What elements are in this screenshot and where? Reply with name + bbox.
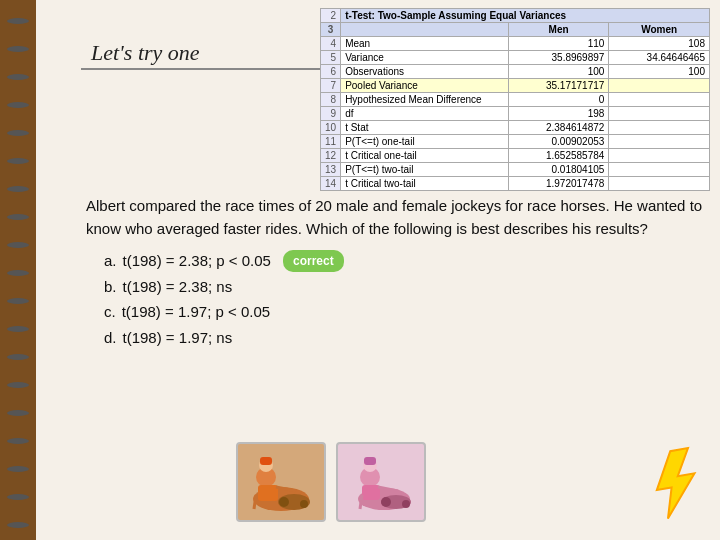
row-men: 110 [508,37,609,51]
table-row: 9 df 198 [321,107,710,121]
header-men: Men [508,23,609,37]
row-women [609,107,710,121]
row-label: t Critical two-tail [341,177,509,191]
lightning-svg [640,445,706,523]
stats-table-container: 2 t-Test: Two-Sample Assuming Equal Vari… [320,8,710,191]
row-men: 1.652585784 [508,149,609,163]
svg-line-17 [360,495,362,509]
table-header-row: 3 Men Women [321,23,710,37]
row-label: Pooled Variance [341,79,509,93]
table-row: 11 P(T<=t) one-tail 0.00902053 [321,135,710,149]
ttest-table: 2 t-Test: Two-Sample Assuming Equal Vari… [320,8,710,191]
row-men: 2.384614872 [508,121,609,135]
correct-badge: correct [283,250,344,272]
header-women: Women [609,23,710,37]
row-num: 6 [321,65,341,79]
choice-item: d. t(198) = 1.97; ns [104,325,705,351]
spiral [7,438,29,444]
spiral [7,494,29,500]
row-num: 11 [321,135,341,149]
choices-list: a. t(198) = 2.38; p < 0.05correctb. t(19… [86,248,705,350]
row-women: 100 [609,65,710,79]
table-title-row: 2 t-Test: Two-Sample Assuming Equal Vari… [321,9,710,23]
svg-point-20 [381,497,391,507]
svg-point-21 [402,500,410,508]
row-num: 4 [321,37,341,51]
table-row: 10 t Stat 2.384614872 [321,121,710,135]
row-num: 5 [321,51,341,65]
row-num: 14 [321,177,341,191]
svg-rect-15 [364,457,376,465]
row-label: P(T<=t) one-tail [341,135,509,149]
svg-line-18 [374,501,376,509]
row-men: 198 [508,107,609,121]
table-row: 13 P(T<=t) two-tail 0.01804105 [321,163,710,177]
table-row: 7 Pooled Variance 35.17171717 [321,79,710,93]
row-women [609,135,710,149]
table-row: 12 t Critical one-tail 1.652585784 [321,149,710,163]
choice-text: t(198) = 1.97; ns [123,325,233,351]
choice-item: c. t(198) = 1.97; p < 0.05 [104,299,705,325]
choice-letter: b. [104,274,117,300]
slide-title: Let's try one [91,40,200,66]
spiral [7,18,29,24]
table-title-cell: t-Test: Two-Sample Assuming Equal Varian… [341,9,710,23]
svg-line-6 [254,495,256,509]
jockeys-area [236,442,426,522]
row-label: Hypothesized Mean Difference [341,93,509,107]
spiral [7,130,29,136]
row-men: 0 [508,93,609,107]
row-women [609,79,710,93]
spiral [7,46,29,52]
svg-rect-13 [362,485,380,500]
svg-marker-22 [651,448,702,520]
row-label: Variance [341,51,509,65]
row-women [609,177,710,191]
table-row: 14 t Critical two-tail 1.972017478 [321,177,710,191]
spiral [7,354,29,360]
spiral [7,410,29,416]
spiral [7,382,29,388]
choice-item: a. t(198) = 2.38; p < 0.05correct [104,248,705,274]
row-label: Observations [341,65,509,79]
row-men: 0.00902053 [508,135,609,149]
row-label: t Critical one-tail [341,149,509,163]
choice-letter: c. [104,299,116,325]
row-men: 100 [508,65,609,79]
spiral [7,214,29,220]
header-label [341,23,509,37]
row-men: 1.972017478 [508,177,609,191]
table-row: 6 Observations 100 100 [321,65,710,79]
spiral [7,242,29,248]
jockey-image-1 [236,442,326,522]
spiral [7,270,29,276]
row-men: 35.8969897 [508,51,609,65]
table-row: 4 Mean 110 108 [321,37,710,51]
row-label: P(T<=t) two-tail [341,163,509,177]
row-women [609,93,710,107]
jockey-image-2 [336,442,426,522]
title-underline [81,68,331,70]
choice-letter: a. [104,248,117,274]
svg-point-9 [279,497,289,507]
spiral [7,326,29,332]
question-text: Albert compared the race times of 20 mal… [86,195,705,350]
spiral [7,158,29,164]
row-num: 3 [321,23,341,37]
row-men: 0.01804105 [508,163,609,177]
spiral [7,102,29,108]
row-women: 34.64646465 [609,51,710,65]
table-row: 8 Hypothesized Mean Difference 0 [321,93,710,107]
row-label: df [341,107,509,121]
choice-text: t(198) = 2.38; p < 0.05 [123,248,271,274]
spiral [7,186,29,192]
svg-rect-2 [258,485,278,501]
lightning-icon [640,445,708,534]
jockey2-svg [346,447,416,517]
row-num: 10 [321,121,341,135]
spiral [7,522,29,528]
svg-point-10 [300,500,308,508]
row-men: 35.17171717 [508,79,609,93]
notebook-spirals [0,0,36,540]
spiral [7,74,29,80]
